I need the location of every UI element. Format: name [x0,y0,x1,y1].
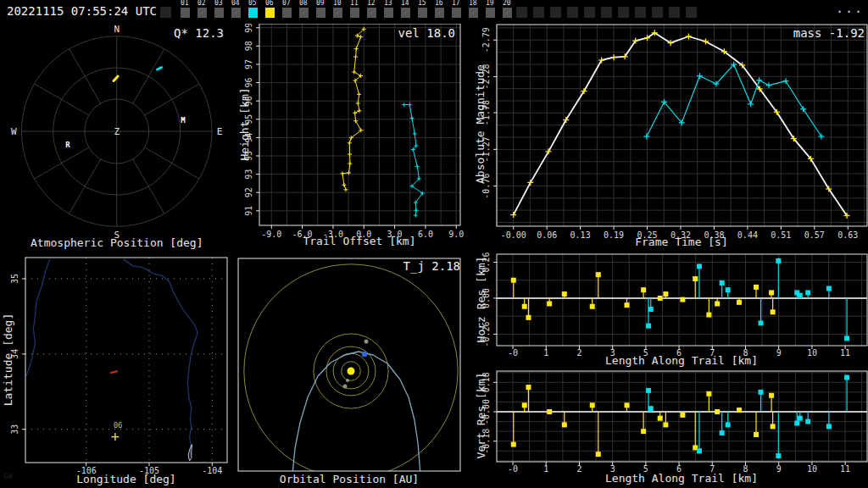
magnitude-title: mass -1.92 [746,26,865,40]
frame-cell-01[interactable]: 01 [177,0,194,24]
svg-text:R: R [65,141,70,149]
frame-cell-label: 14 [401,0,409,7]
overflow-menu[interactable]: ... [836,1,864,16]
frame-cell-label: 02 [198,0,206,7]
frame-cell-box [635,7,646,18]
frame-cell-box [384,8,393,18]
map-xlabel: Longitude [deg] [42,473,211,485]
svg-text:1: 1 [543,464,548,474]
frame-cell-03[interactable]: 03 [211,0,228,24]
frame-cell-box [486,8,495,18]
frame-cell[interactable] [652,0,669,24]
frame-cell-06[interactable]: 06 [262,0,279,24]
frame-cell[interactable] [618,0,635,24]
frame-cell-box [299,8,309,18]
frame-cell-box [601,7,612,18]
frame-cell-label: 10 [333,0,342,7]
svg-text:0.57: 0.57 [804,230,825,240]
frame-cell-box [265,8,275,18]
frame-cell-14[interactable]: 14 [398,0,415,24]
frame-cell[interactable] [584,0,601,24]
frame-cell-box [367,8,376,18]
frame-cell-box [584,7,595,18]
frame-cell-20[interactable]: 20 [499,0,516,24]
frame-cell-07[interactable]: 07 [279,0,296,24]
top-bar: 20221115 07:55:24 UTC 010203040506070809… [0,0,868,24]
frame-cell-11[interactable]: 11 [347,0,364,24]
frame-cell-box [618,7,629,18]
frame-cell-05[interactable]: 05 [245,0,262,24]
trail-title: vel 18.0 [339,26,455,40]
svg-text:10: 10 [807,464,817,474]
frame-cell-17[interactable]: 17 [448,0,465,24]
frame-cell-04[interactable]: 04 [228,0,245,24]
map-ylabel: Latitude [deg] [2,275,14,445]
svg-text:0.06: 0.06 [537,230,557,240]
frame-cell[interactable] [160,0,177,24]
frame-cell[interactable] [669,0,686,24]
frame-cell[interactable] [516,0,533,24]
svg-text:0.13: 0.13 [570,230,591,240]
frame-cell-box [231,8,241,18]
frame-cell[interactable] [686,0,703,24]
orbital-xlabel: Orbital Position [AU] [264,473,434,485]
app-root: 20221115 07:55:24 UTC 010203040506070809… [0,0,868,488]
magnitude-ylabel: Absolute Magnitude [474,40,487,209]
trail-ylabel: Height [km] [238,40,251,209]
frame-cell-box [282,8,292,18]
frame-cell[interactable] [567,0,584,24]
svg-text:0.51: 0.51 [771,230,791,240]
frame-cell[interactable] [601,0,618,24]
frame-cell-label: 15 [418,0,426,7]
frame-cell-12[interactable]: 12 [364,0,381,24]
frame-cell-10[interactable]: 10 [330,0,347,24]
frame-cell-15[interactable]: 15 [415,0,431,24]
svg-text:2: 2 [576,348,581,358]
frame-cell-box [652,7,663,18]
frame-cell-19[interactable]: 19 [482,0,499,24]
frame-cell-label: 11 [350,0,359,7]
frame-cell-box [316,8,326,18]
polar-xlabel: Atmospheric Position [deg] [31,236,203,249]
frame-cell-label: 05 [248,0,257,7]
frame-cell-box [469,8,478,18]
frame-cell-02[interactable]: 02 [194,0,211,24]
frame-cell-label: 20 [503,0,511,7]
svg-text:9: 9 [776,348,782,358]
frame-cell-18[interactable]: 18 [465,0,482,24]
horz-res-xlabel: Length Along Trail [km] [597,354,766,367]
frame-cell[interactable] [635,0,652,24]
frame-cell-13[interactable]: 13 [381,0,398,24]
trail-xlabel: Trail Offset [km] [283,235,436,247]
frame-cell[interactable] [533,0,550,24]
frame-cell-label: 12 [367,0,376,7]
frame-cell-label: 18 [469,0,477,7]
frame-cell-label: 16 [435,0,443,7]
svg-text:11: 11 [840,464,850,474]
frame-cell-box [214,8,224,18]
frame-cell[interactable] [550,0,567,24]
svg-text:-0: -0 [508,464,518,474]
svg-text:M: M [181,116,186,125]
frame-cell-box [550,7,561,18]
svg-text:-9.0: -9.0 [261,230,281,239]
frame-cell-label: 01 [181,0,189,7]
svg-text:E: E [217,126,223,137]
frame-cell-box [686,7,697,18]
frame-cell-box [181,8,190,18]
timestamp: 20221115 07:55:24 UTC [7,4,157,18]
frame-cell-box [198,8,207,18]
polar-title: Q* 12.3 [105,26,224,40]
frame-cell-09[interactable]: 09 [313,0,330,24]
frame-cell-label: 07 [282,0,291,7]
frame-cell-box [418,8,427,18]
frame-cell-box [669,7,680,18]
frame-cell-08[interactable]: 08 [296,0,313,24]
frame-cell-16[interactable]: 16 [431,0,448,24]
frame-cell-label: 09 [316,0,325,7]
frame-cell-box [350,8,359,18]
frame-cell-label: 03 [214,0,223,7]
watermark: GW [3,472,13,480]
frame-cell-box [533,7,544,18]
frame-cell-box [160,7,171,18]
